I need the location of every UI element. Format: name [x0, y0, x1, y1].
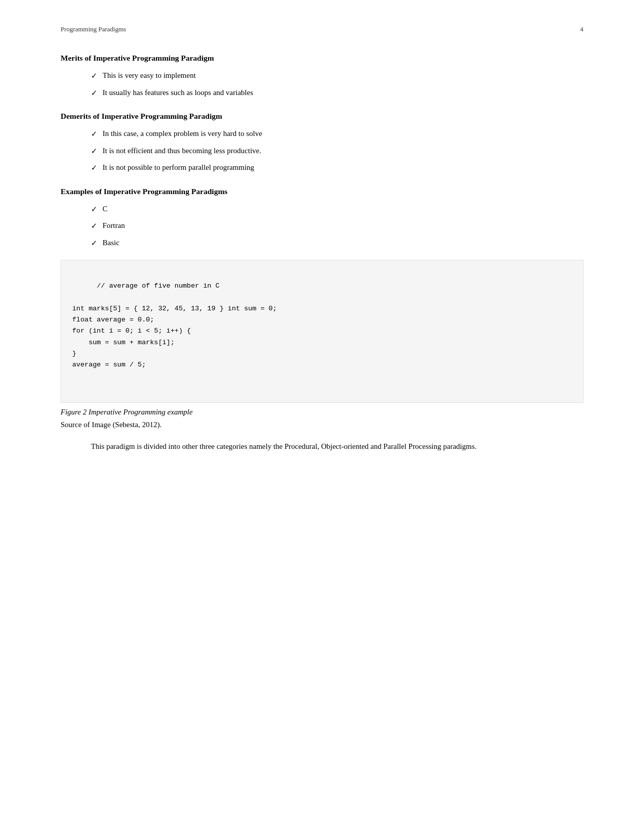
list-item-text: C: [103, 203, 108, 215]
demerits-heading: Demerits of Imperative Programming Parad…: [61, 112, 583, 121]
body-paragraph: This paradigm is divided into other thre…: [61, 439, 583, 454]
check-icon: ✓: [91, 204, 97, 215]
code-block: // average of five number in C int marks…: [61, 260, 583, 403]
list-item: ✓ C: [91, 203, 583, 215]
code-content: int marks[5] = { 12, 32, 45, 13, 19 } in…: [72, 305, 277, 368]
list-item-text: Basic: [103, 237, 119, 249]
check-icon: ✓: [91, 87, 97, 99]
examples-heading: Examples of Imperative Programming Parad…: [61, 187, 583, 196]
check-icon: ✓: [91, 220, 97, 232]
list-item-text: It is not efficient and thus becoming le…: [103, 145, 261, 157]
merits-heading: Merits of Imperative Programming Paradig…: [61, 54, 583, 63]
check-icon: ✓: [91, 146, 97, 157]
demerits-section: Demerits of Imperative Programming Parad…: [61, 112, 583, 174]
list-item: ✓ Fortran: [91, 220, 583, 232]
list-item-text: This is very easy to implement: [103, 70, 196, 81]
source-text: Source of Image (Sebesta, 2012).: [61, 421, 583, 429]
list-item: ✓ It is not efficient and thus becoming …: [91, 145, 583, 157]
code-comment: // average of five number in C: [97, 282, 220, 290]
page: Programming Paradigms 4 Merits of Impera…: [0, 0, 644, 834]
demerits-list: ✓ In this case, a complex problem is ver…: [91, 128, 583, 174]
header-title: Programming Paradigms: [61, 25, 126, 33]
merits-section: Merits of Imperative Programming Paradig…: [61, 54, 583, 99]
header-page-number: 4: [580, 25, 584, 33]
examples-section: Examples of Imperative Programming Parad…: [61, 187, 583, 249]
merits-list: ✓ This is very easy to implement ✓ It us…: [91, 70, 583, 99]
examples-list: ✓ C ✓ Fortran ✓ Basic: [91, 203, 583, 249]
list-item: ✓ In this case, a complex problem is ver…: [91, 128, 583, 140]
list-item: ✓ This is very easy to implement: [91, 70, 583, 82]
list-item-text: It is not possible to perform parallel p…: [103, 162, 254, 173]
check-icon: ✓: [91, 70, 97, 82]
list-item-text: It usually has features such as loops an…: [103, 87, 253, 99]
check-icon: ✓: [91, 162, 97, 174]
list-item-text: Fortran: [103, 220, 125, 231]
page-header: Programming Paradigms 4: [61, 25, 583, 33]
page-content: Merits of Imperative Programming Paradig…: [61, 54, 583, 453]
figure-caption: Figure 2 Imperative Programming example: [61, 408, 583, 416]
list-item-text: In this case, a complex problem is very …: [103, 128, 262, 140]
list-item: ✓ It usually has features such as loops …: [91, 87, 583, 99]
list-item: ✓ It is not possible to perform parallel…: [91, 162, 583, 174]
check-icon: ✓: [91, 238, 97, 249]
list-item: ✓ Basic: [91, 237, 583, 249]
check-icon: ✓: [91, 128, 97, 140]
